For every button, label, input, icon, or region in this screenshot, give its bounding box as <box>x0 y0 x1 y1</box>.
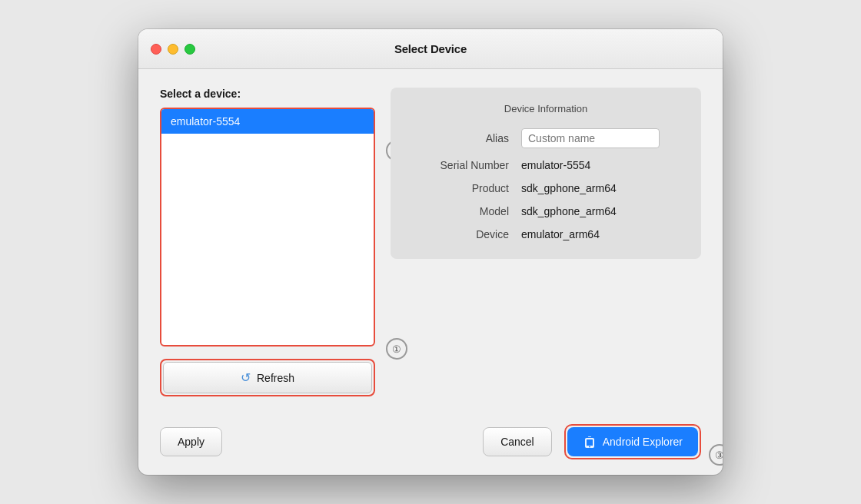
android-explorer-button[interactable]: Android Explorer <box>567 427 698 456</box>
device-row: Device emulator_arm64 <box>409 228 683 240</box>
annotation-3: ③ <box>709 444 723 466</box>
serial-number-row: Serial Number emulator-5554 <box>409 159 683 171</box>
refresh-button[interactable]: ↺ Refresh <box>163 362 372 393</box>
android-explorer-wrapper-outer: Android Explorer ③ <box>564 424 701 459</box>
title-bar: Select Device <box>138 29 723 69</box>
maximize-button[interactable] <box>184 44 195 55</box>
apply-button[interactable]: Apply <box>160 427 222 456</box>
android-explorer-border: Android Explorer <box>564 424 701 459</box>
model-row: Model sdk_gphone_arm64 <box>409 205 683 217</box>
left-panel: Select a device: emulator-5554 ↺ Refresh… <box>160 88 375 400</box>
serial-number-label: Serial Number <box>409 159 509 171</box>
alias-input[interactable] <box>521 128 660 148</box>
select-device-dialog: Select Device Select a device: emulator-… <box>138 29 723 475</box>
dialog-title: Select Device <box>394 42 467 55</box>
refresh-icon: ↺ <box>241 370 251 385</box>
model-label: Model <box>409 205 509 217</box>
alias-row: Alias <box>409 128 683 148</box>
android-icon <box>583 435 597 449</box>
product-value: sdk_gphone_arm64 <box>521 182 617 194</box>
device-list-item[interactable]: emulator-5554 <box>161 109 374 134</box>
device-info-title: Device Information <box>409 103 683 114</box>
product-label: Product <box>409 182 509 194</box>
model-value: sdk_gphone_arm64 <box>521 205 617 217</box>
info-rows: Alias Serial Number emulator-5554 <box>409 128 683 240</box>
close-button[interactable] <box>151 44 161 55</box>
minimize-button[interactable] <box>168 44 178 55</box>
serial-number-value: emulator-5554 <box>521 159 590 171</box>
product-row: Product sdk_gphone_arm64 <box>409 182 683 194</box>
select-device-label: Select a device: <box>160 88 375 100</box>
bottom-bar: Apply Cancel And <box>138 415 723 475</box>
device-label: Device <box>409 228 509 240</box>
device-value: emulator_arm64 <box>521 228 600 240</box>
content-area: Select a device: emulator-5554 ↺ Refresh… <box>138 69 723 415</box>
svg-rect-1 <box>587 439 593 446</box>
svg-point-2 <box>589 446 590 448</box>
device-list[interactable]: emulator-5554 <box>160 108 375 346</box>
device-info-box: Device Information Alias Serial Number <box>391 88 701 259</box>
alias-label: Alias <box>409 132 509 144</box>
svg-rect-3 <box>588 436 591 437</box>
refresh-button-wrapper: ↺ Refresh <box>160 359 375 396</box>
traffic-lights <box>151 44 195 55</box>
cancel-button[interactable]: Cancel <box>483 427 552 456</box>
right-panel: Device Information Alias Serial Number <box>391 88 701 400</box>
